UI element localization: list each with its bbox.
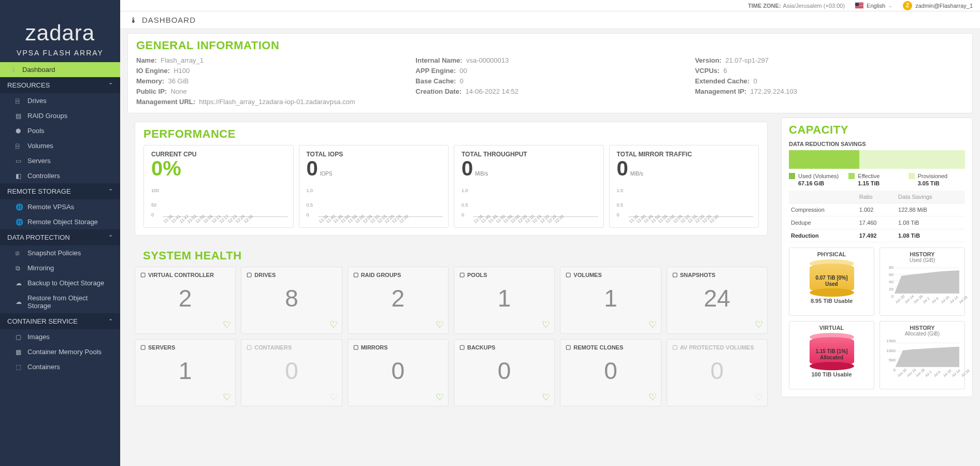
nav-raid[interactable]: ▤RAID Groups — [0, 108, 120, 123]
nav-controllers-label: Controllers — [27, 172, 60, 180]
health-heading: SYSTEM HEALTH — [135, 249, 768, 263]
chevron-up-icon: ⌃ — [108, 82, 113, 89]
perf-card-0[interactable]: CURRENT CPU 0% 100 50 0 11:3511:4111:471… — [143, 145, 294, 228]
ratio-th1: Ratio — [857, 191, 896, 203]
health-card-6[interactable]: ▢ SERVERS 1 ♡ — [135, 339, 236, 406]
health-value: 0 — [672, 357, 762, 385]
perf-card-3[interactable]: TOTAL MIRROR TRAFFIC 0MiB/s 1.0 0.5 0 11… — [609, 145, 759, 228]
gi-mgmturl-value: https://Flash_array_1zadara-iop-01.zadar… — [199, 98, 355, 106]
performance-card: PERFORMANCE CURRENT CPU 0% 100 50 0 11:3… — [135, 122, 768, 236]
tile-icon: ▢ — [672, 271, 678, 278]
nav-images[interactable]: ▢Images — [0, 329, 120, 344]
nav-remote-obj[interactable]: 🌐Remote Object Storage — [0, 214, 120, 229]
nav-containers[interactable]: ⬚Containers — [0, 359, 120, 374]
ytick: 1000 — [886, 348, 896, 353]
nav-controllers[interactable]: ◧Controllers — [0, 168, 120, 183]
chevron-up-icon: ⌃ — [108, 188, 113, 195]
swatch-icon — [848, 173, 855, 179]
chevron-down-icon: ⌄ — [888, 3, 892, 8]
nav-section-container[interactable]: CONTAINER SERVICE⌃ — [0, 313, 120, 329]
health-value: 1 — [140, 357, 230, 385]
ratio-ratio: 17.492 — [857, 229, 896, 242]
hist1-title: HISTORY — [883, 251, 961, 257]
nav-section-dataprot[interactable]: DATA PROTECTION⌃ — [0, 229, 120, 245]
physical-card[interactable]: PHYSICAL 0.07 TiB [0%]Used 8.95 TiB Usab… — [789, 247, 874, 316]
timezone-display: TIME ZONE: Asia/Jerusalem (+03:00) — [748, 3, 845, 9]
gi-mgmtip-value: 172.29.224.103 — [751, 88, 797, 95]
health-card-5[interactable]: ▢ SNAPSHOTS 24 ♡ — [667, 267, 768, 334]
ytick: 20 — [889, 287, 893, 292]
nav-pools[interactable]: ⬢Pools — [0, 123, 120, 138]
gi-extcache-label: Extended Cache: — [695, 77, 750, 85]
general-info-grid: Name: Flash_array_1 Internal Name: vsa-0… — [136, 56, 964, 106]
perf-unit: MiB/s — [630, 171, 643, 177]
nav-images-label: Images — [27, 333, 50, 341]
nav-restore-os[interactable]: ☁Restore from Object Storage — [0, 290, 120, 313]
health-card-9[interactable]: ▢ BACKUPS 0 ♡ — [454, 339, 555, 406]
nav-section-resources[interactable]: RESOURCES ⌃ — [0, 77, 120, 93]
image-icon: ▢ — [16, 333, 23, 341]
ytick: 0 — [151, 212, 154, 217]
virtual-card[interactable]: VIRTUAL 1.15 TiB [1%]Allocated 100 TiB U… — [789, 321, 874, 389]
health-card-4[interactable]: ▢ VOLUMES 1 ♡ — [560, 267, 661, 334]
nav-restore-os-label: Restore from Object Storage — [27, 294, 113, 310]
gi-memory-label: Memory: — [136, 77, 164, 85]
nav-remote-vpsas[interactable]: 🌐Remote VPSAs — [0, 199, 120, 214]
gi-cdate-label: Creation Date: — [415, 88, 462, 95]
history-alloc-card[interactable]: HISTORY Allocated (GiB) 150010005000 Jun… — [880, 321, 965, 389]
legend-value: 1.15 TiB — [858, 180, 905, 186]
health-card-0[interactable]: ▢ VIRTUAL CONTROLLER 2 ♡ — [135, 267, 236, 334]
nav-section-remote-label: REMOTE STORAGE — [7, 187, 71, 195]
health-grid: ▢ VIRTUAL CONTROLLER 2 ♡ ▢ DRIVES 8 ♡ ▢ … — [135, 267, 768, 406]
health-card-3[interactable]: ▢ POOLS 1 ♡ — [454, 267, 555, 334]
legend-item-2: Provisioned 3.05 TiB — [909, 173, 965, 186]
health-card-2[interactable]: ▢ RAID GROUPS 2 ♡ — [348, 267, 449, 334]
nav-mirroring[interactable]: ⧉Mirroring — [0, 260, 120, 275]
legend-item-0: Used (Volumes) 67.16 GiB — [789, 173, 845, 186]
camera-icon: ⎚ — [16, 250, 23, 257]
nav-cmp[interactable]: ▦Container Memory Pools — [0, 344, 120, 359]
nav-section-resources-label: RESOURCES — [7, 81, 50, 89]
virtual-sub: 100 TiB Usable — [792, 371, 871, 377]
health-card-11[interactable]: ▢ AV PROTECTED VOLUMES 0 ♡ — [667, 339, 768, 406]
nav-drives[interactable]: ⌸Drives — [0, 93, 120, 108]
gi-name-label: Name: — [136, 56, 157, 64]
health-card-1[interactable]: ▢ DRIVES 8 ♡ — [241, 267, 342, 334]
language-selector[interactable]: English ⌄ — [855, 3, 892, 9]
tile-icon: ▢ — [459, 344, 465, 351]
health-title: ▢ POOLS — [459, 271, 549, 278]
memory-icon: ▦ — [16, 348, 23, 356]
main: 🌡 DASHBOARD GENERAL INFORMATION Name: Fl… — [120, 11, 980, 466]
pool-icon: ⬢ — [16, 127, 23, 135]
heart-icon: ♡ — [436, 319, 444, 330]
logo-block: zadara VPSA FLASH ARRAY — [0, 0, 120, 62]
perf-chart: 1.0 0.5 0 11:3511:4011:4511:5011:5512:00… — [617, 188, 754, 225]
nav-pools-label: Pools — [27, 127, 45, 135]
physical-label1: 0.07 TiB [0%] — [815, 275, 847, 281]
health-card-7[interactable]: ▢ CONTAINERS 0 ♡ — [241, 339, 342, 406]
user-menu[interactable]: Z zadmin@Flasharray_1 — [903, 1, 973, 10]
tile-icon: ▢ — [353, 271, 358, 278]
health-value: 0 — [247, 357, 336, 385]
timezone-label: TIME ZONE: — [748, 3, 781, 9]
health-title: ▢ CONTAINERS — [247, 344, 336, 351]
perf-card-2[interactable]: TOTAL THROUGHPUT 0MiB/s 1.0 0.5 0 11:351… — [454, 145, 604, 228]
history-used-card[interactable]: HISTORY Used (GiB) 806040200 Jun 20Jun 2… — [880, 247, 965, 316]
health-card-8[interactable]: ▢ MIRRORS 0 ♡ — [348, 339, 449, 406]
dr-savings-fill — [789, 150, 859, 169]
ytick: 1.0 — [307, 188, 313, 193]
nav-backup-os[interactable]: ☁Backup to Object Storage — [0, 275, 120, 290]
nav-volumes[interactable]: ⌸Volumes — [0, 138, 120, 153]
health-card-10[interactable]: ▢ REMOTE CLONES 0 ♡ — [560, 339, 661, 406]
nav-snapshot-policies[interactable]: ⎚Snapshot Policies — [0, 245, 120, 260]
ytick: 0 — [307, 212, 309, 217]
health-value: 24 — [672, 284, 762, 312]
physical-cylinder-icon: 0.07 TiB [0%]Used — [810, 259, 854, 297]
perf-card-1[interactable]: TOTAL IOPS 0IOPS 1.0 0.5 0 11:3511:4011:… — [299, 145, 449, 228]
nav-servers[interactable]: ▭Servers — [0, 153, 120, 168]
gi-mgmtip-label: Management IP: — [695, 88, 747, 95]
globe-icon: 🌐 — [16, 219, 23, 226]
legend-name: Effective — [858, 173, 880, 179]
nav-dashboard[interactable]: 🌡 Dashboard — [0, 62, 120, 77]
nav-section-remote[interactable]: REMOTE STORAGE⌃ — [0, 183, 120, 199]
